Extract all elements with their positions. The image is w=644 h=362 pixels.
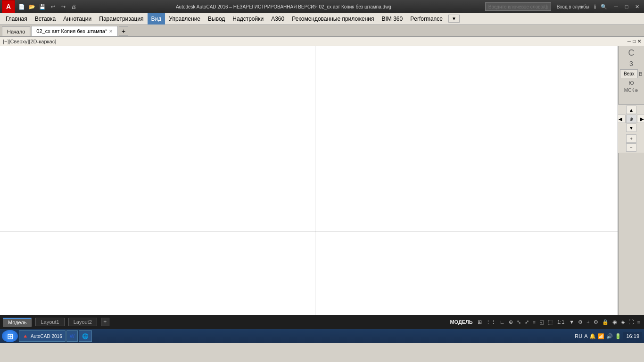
- scroll-palette: ▲ ◀ ⊕ ▶ ▼ + −: [614, 104, 644, 153]
- view-restore-button[interactable]: ─: [627, 39, 631, 44]
- drawing-background: [0, 46, 618, 315]
- lock-button[interactable]: 🔒: [601, 319, 610, 325]
- menu-recommended[interactable]: Рекомендованные приложения: [288, 13, 378, 25]
- right-toolbar: Вход в службы ℹ 🔍: [555, 3, 609, 11]
- menu-home[interactable]: Главная: [2, 13, 31, 25]
- transparency-button[interactable]: ◱: [538, 319, 545, 325]
- annotation-button[interactable]: ⚙: [577, 319, 584, 325]
- tab-active[interactable]: 02_сх авт Копия без штампа* ✕: [31, 26, 118, 36]
- search-button[interactable]: 🔍: [599, 3, 609, 11]
- add-layout-button[interactable]: +: [101, 318, 109, 326]
- scale-list-button[interactable]: ▼: [568, 319, 575, 325]
- ortho-button[interactable]: ∟: [499, 319, 506, 325]
- menu-expand-button[interactable]: ▼: [448, 15, 460, 23]
- close-button[interactable]: ✕: [632, 1, 642, 12]
- new-file-button[interactable]: 📄: [17, 2, 26, 11]
- system-clock: 16:19: [623, 332, 642, 340]
- print-button[interactable]: 🖨: [69, 2, 78, 11]
- login-button[interactable]: Вход в службы: [555, 3, 591, 10]
- tab-layout2[interactable]: Layout2: [68, 318, 97, 326]
- command-layout-bar: Модель Layout1 Layout2 + МОДЕЛЬ ⊞ ⋮⋮ ∟ ⊕…: [0, 315, 644, 329]
- status-items: МОДЕЛЬ ⊞ ⋮⋮ ∟ ⊕ ⤡ ⤢ ≡ ◱ ⬚ 1:1 ▼ ⚙ + ⚙ 🔒 …: [450, 319, 641, 325]
- add-tab-button[interactable]: +: [119, 26, 128, 36]
- taskbar-chrome-app[interactable]: 🌐: [79, 330, 92, 342]
- menu-bim360[interactable]: BIM 360: [378, 13, 407, 25]
- customize-button[interactable]: ≡: [636, 319, 641, 325]
- model-label: МОДЕЛЬ: [450, 319, 472, 325]
- lang-indicator: RU: [575, 333, 582, 339]
- menu-output[interactable]: Вывод: [204, 13, 229, 25]
- title-bar: A 📄 📂 💾 ↩ ↪ 🖨 Autodesk AutoCAD 2016 – НЕ…: [0, 0, 644, 13]
- view-maximize-button[interactable]: □: [633, 39, 636, 44]
- tab-close-button[interactable]: ✕: [109, 29, 113, 34]
- quick-access-toolbar: 📄 📂 💾 ↩ ↪ 🖨: [17, 2, 78, 11]
- menu-annotate[interactable]: Аннотации: [59, 13, 95, 25]
- undo-button[interactable]: ↩: [48, 2, 58, 11]
- start-button[interactable]: ⊞: [2, 330, 18, 342]
- autocad-logo[interactable]: A: [2, 0, 15, 13]
- taskbar-autocad-app[interactable]: 🔺 AutoCAD 2016: [19, 330, 66, 342]
- maximize-button[interactable]: □: [621, 1, 632, 12]
- plus-button[interactable]: +: [586, 319, 590, 325]
- nav-coord-label: МСК ⊕: [624, 88, 638, 93]
- nav-south-label: Ю: [628, 80, 634, 86]
- tray-icon-3: 🔊: [606, 333, 613, 339]
- menu-manage[interactable]: Управление: [165, 13, 204, 25]
- tab-layout1[interactable]: Layout1: [35, 318, 64, 326]
- pan-down-button[interactable]: ▼: [626, 123, 636, 132]
- tab-active-label: 02_сх авт Копия без штампа*: [36, 28, 107, 34]
- zoom-in-button[interactable]: +: [626, 134, 636, 143]
- tray-icon-1: 🔔: [589, 333, 596, 339]
- tab-bar: Начало 02_сх авт Копия без штампа* ✕ +: [0, 25, 644, 37]
- tab-model[interactable]: Модель: [3, 318, 32, 327]
- pan-right-button[interactable]: ▶: [637, 115, 644, 123]
- menu-parametrize[interactable]: Параметризация: [95, 13, 147, 25]
- tray-icon-4: 🔋: [615, 333, 621, 339]
- info-button[interactable]: ℹ: [592, 3, 598, 11]
- menu-bar: Главная Вставка Аннотации Параметризация…: [0, 13, 644, 25]
- menu-a360[interactable]: А360: [267, 13, 288, 25]
- search-input[interactable]: [485, 2, 551, 11]
- autocad-icon: 🔺: [22, 333, 29, 339]
- otrack-button[interactable]: ⤢: [524, 319, 530, 325]
- canvas-area[interactable]: W 390 320 400 320 800 650 720 330: [0, 46, 618, 315]
- menu-performance[interactable]: Performance: [406, 13, 446, 25]
- minimize-button[interactable]: ─: [611, 1, 621, 12]
- isolate-button[interactable]: ◈: [620, 319, 626, 325]
- window-controls: ─ □ ✕: [611, 1, 642, 12]
- window-title: Autodesk AutoCAD 2016 – НЕЗАРЕГИСТРИРОВА…: [82, 4, 485, 9]
- nav-compass-north: С: [628, 48, 635, 58]
- view-close-button[interactable]: ✕: [637, 39, 641, 44]
- chrome-icon: 🌐: [82, 333, 89, 339]
- lineweight-button[interactable]: ≡: [532, 319, 537, 325]
- grid-button[interactable]: ⊞: [477, 319, 483, 325]
- menu-insert[interactable]: Вставка: [31, 13, 60, 25]
- open-file-button[interactable]: 📂: [27, 2, 37, 11]
- hardware-button[interactable]: ◉: [611, 319, 618, 325]
- autodesk-tray-icon[interactable]: A: [584, 333, 587, 339]
- windows-taskbar: ⊞ 🔺 AutoCAD 2016 W 🌐 RU A 🔔 📶 🔊 🔋 16:19: [0, 329, 644, 343]
- menu-view[interactable]: Вид: [148, 13, 165, 25]
- fullscreen-button[interactable]: ⛶: [627, 319, 635, 325]
- snap-button[interactable]: ⋮⋮: [485, 319, 497, 325]
- nav-east-label: В: [639, 71, 642, 77]
- taskbar-word-app[interactable]: W: [66, 330, 78, 342]
- word-icon: W: [70, 333, 74, 339]
- save-file-button[interactable]: 💾: [38, 2, 47, 11]
- osnap-button[interactable]: ⤡: [516, 319, 522, 325]
- tab-start[interactable]: Начало: [2, 26, 30, 36]
- nav-top-button[interactable]: Верх: [620, 69, 638, 78]
- selection-button[interactable]: ⬚: [547, 319, 553, 325]
- autocad-app-label: AutoCAD 2016: [31, 334, 62, 339]
- view-controls: ─ □ ✕: [627, 39, 641, 44]
- view-label-bar: [−][Сверху][2D-каркас] ─ □ ✕: [0, 37, 644, 46]
- pan-up-button[interactable]: ▲: [626, 106, 636, 114]
- taskbar-system-tray: RU A 🔔 📶 🔊 🔋 16:19: [575, 332, 642, 340]
- polar-button[interactable]: ⊕: [508, 319, 514, 325]
- workspace-button[interactable]: ⚙: [593, 319, 599, 325]
- zoom-out-button[interactable]: −: [626, 143, 636, 152]
- pan-center-button[interactable]: ⊕: [626, 115, 636, 123]
- scale-label: 1:1: [557, 319, 564, 325]
- redo-button[interactable]: ↪: [58, 2, 68, 11]
- menu-addins[interactable]: Надстройки: [229, 13, 267, 25]
